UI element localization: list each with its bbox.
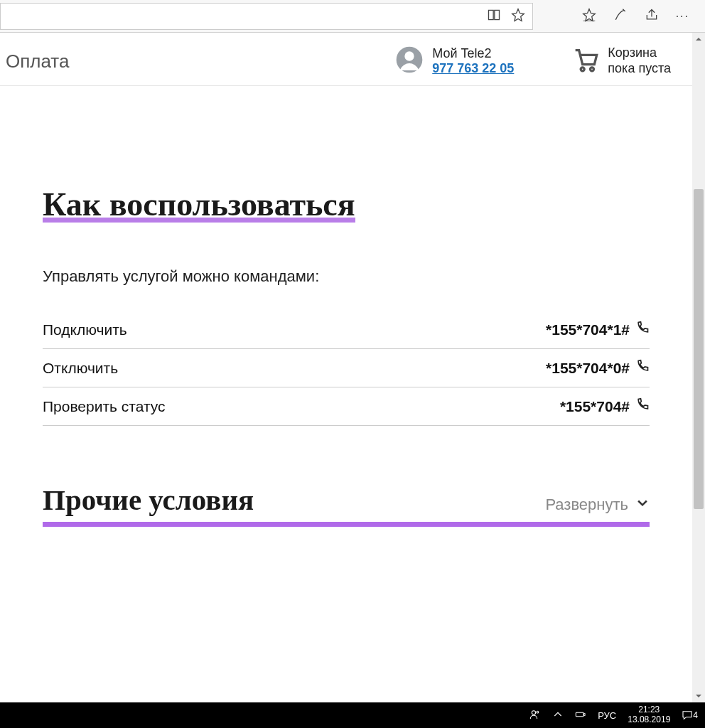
phone-icon — [635, 397, 650, 415]
browser-toolbar: ··· — [0, 0, 705, 33]
nav-payment[interactable]: Оплата — [6, 50, 69, 73]
command-code: *155*704*1# — [546, 321, 630, 338]
expand-toggle[interactable]: Развернуть — [545, 496, 650, 514]
tray-chevron-up-icon[interactable] — [552, 709, 564, 722]
command-row: Отключить *155*704*0# — [43, 349, 650, 387]
scroll-up-arrow-icon[interactable] — [692, 33, 705, 46]
command-label: Проверить статус — [43, 398, 166, 415]
command-code: *155*704# — [560, 398, 630, 415]
phone-icon — [635, 321, 650, 338]
cart-icon — [571, 46, 599, 77]
svg-rect-7 — [584, 713, 585, 715]
people-icon[interactable] — [529, 709, 541, 722]
command-label: Отключить — [43, 360, 118, 377]
account-phone-link[interactable]: 977 763 22 05 — [432, 61, 514, 75]
cart-block[interactable]: Корзина пока пуста — [571, 46, 671, 77]
howto-intro: Управлять услугой можно командами: — [43, 267, 650, 286]
scrollbar-thumb[interactable] — [694, 189, 704, 509]
cart-status: пока пуста — [608, 61, 671, 77]
browser-actions: ··· — [533, 8, 705, 25]
notification-count: 4 — [693, 710, 698, 720]
battery-icon[interactable] — [575, 709, 586, 722]
command-code: *155*704*0# — [546, 360, 630, 377]
windows-taskbar: РУС 21:23 13.08.2019 4 — [0, 702, 705, 728]
svg-point-1 — [405, 51, 414, 60]
svg-point-4 — [532, 710, 536, 714]
svg-point-3 — [591, 68, 594, 71]
reading-view-icon[interactable] — [487, 8, 501, 25]
notes-icon[interactable] — [613, 8, 628, 25]
account-label: Мой Tele2 — [432, 46, 514, 62]
command-row: Проверить статус *155*704# — [43, 387, 650, 426]
other-conditions-title: Прочие условия — [43, 483, 254, 517]
scroll-down-arrow-icon[interactable] — [692, 690, 705, 702]
account-block[interactable]: Мой Tele2 977 763 22 05 — [395, 46, 514, 77]
more-icon[interactable]: ··· — [676, 11, 689, 22]
phone-icon — [635, 359, 650, 377]
action-center-icon[interactable]: 4 — [682, 710, 698, 721]
other-conditions-section: Прочие условия Развернуть — [43, 483, 650, 527]
expand-label: Развернуть — [545, 496, 628, 514]
tray-time: 21:23 — [628, 705, 670, 715]
svg-point-5 — [537, 711, 539, 713]
svg-rect-6 — [576, 712, 584, 716]
tray-clock[interactable]: 21:23 13.08.2019 — [628, 705, 670, 725]
chevron-down-icon — [635, 496, 650, 514]
main-content: Как воспользоваться Управлять услугой мо… — [0, 86, 692, 527]
command-row: Подключить *155*704*1# — [43, 311, 650, 349]
tray-date: 13.08.2019 — [628, 715, 670, 725]
vertical-scrollbar[interactable] — [692, 33, 705, 702]
site-header: Оплата Мой Tele2 977 763 22 05 Корзина п… — [0, 33, 692, 86]
command-label: Подключить — [43, 321, 127, 338]
share-icon[interactable] — [645, 8, 659, 25]
section-underline — [43, 522, 650, 527]
favorite-star-icon[interactable] — [511, 8, 525, 25]
address-bar[interactable] — [0, 3, 533, 30]
favorites-icon[interactable] — [582, 8, 596, 25]
command-list: Подключить *155*704*1# Отключить *155*70… — [43, 311, 650, 426]
user-icon — [395, 46, 424, 77]
svg-point-2 — [581, 68, 585, 71]
language-indicator[interactable]: РУС — [598, 710, 616, 721]
howto-title: Как воспользоваться — [43, 186, 355, 225]
cart-label: Корзина — [608, 46, 671, 61]
